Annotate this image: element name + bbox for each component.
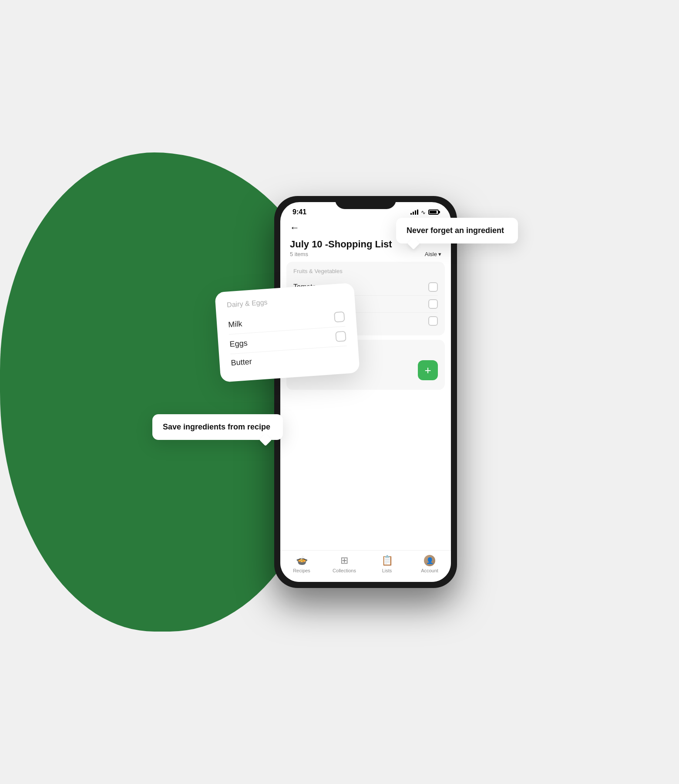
signal-icon [410,210,418,215]
background-blob-tiny [87,282,111,306]
tooltip-top-text: Never forget an ingredient [407,226,504,235]
avatar: 👤 [424,555,435,566]
tab-recipes-label: Recipes [293,568,310,573]
status-icons: ∿ [410,209,439,216]
aisle-filter[interactable]: Aisle ▾ [425,251,441,257]
tooltip-bottom-text: Save ingredients from recipe [163,422,270,431]
floating-card-title: Dairy & Eggs [227,293,344,309]
items-count: 5 items [290,251,308,257]
background-blob-small [52,298,91,337]
floating-checkbox-milk[interactable] [334,311,345,323]
tab-collections-label: Collections [333,568,356,573]
chevron-down-icon: ▾ [438,251,441,257]
tooltip-never-forget: Never forget an ingredient [396,218,518,243]
floating-item-butter-label: Butter [231,357,252,368]
floating-dairy-card: Dairy & Eggs Milk Eggs Butter [215,283,360,382]
phone-screen: 9:41 ∿ ← [280,202,451,582]
battery-icon [428,210,439,215]
tab-recipes[interactable]: 🍲 Recipes [280,555,323,573]
floating-item-eggs-label: Eggs [229,338,248,349]
back-button[interactable]: ← [290,222,299,233]
phone-wrapper: Never forget an ingredient Save ingredie… [274,196,457,588]
add-item-button[interactable]: + [418,360,438,380]
page-meta: 5 items Aisle ▾ [290,251,441,257]
tab-account-label: Account [421,568,438,573]
recipes-icon: 🍲 [296,555,308,566]
checkbox-lettuce[interactable] [428,316,438,326]
phone-frame: 9:41 ∿ ← [274,196,457,588]
checkbox-potatoes[interactable] [428,299,438,309]
phone-notch [335,196,396,209]
section-title-fruits: Fruits & Vegetables [293,268,438,274]
lists-icon: 📋 [381,555,393,566]
tab-account[interactable]: 👤 Account [408,555,451,573]
collections-icon: ⊞ [340,555,348,566]
aisle-filter-label: Aisle [425,251,437,257]
floating-checkbox-eggs[interactable] [335,331,346,342]
floating-item-milk-label: Milk [228,319,242,329]
tooltip-save-ingredients: Save ingredients from recipe [152,414,283,440]
tab-lists-label: Lists [382,568,392,573]
status-time: 9:41 [292,208,306,216]
tab-collections[interactable]: ⊞ Collections [323,555,366,573]
tab-lists[interactable]: 📋 Lists [366,555,408,573]
checkbox-tomatoes[interactable] [428,282,438,292]
wifi-icon: ∿ [421,209,426,216]
tab-bar: 🍲 Recipes ⊞ Collections 📋 Lists 👤 Accoun… [280,550,451,582]
